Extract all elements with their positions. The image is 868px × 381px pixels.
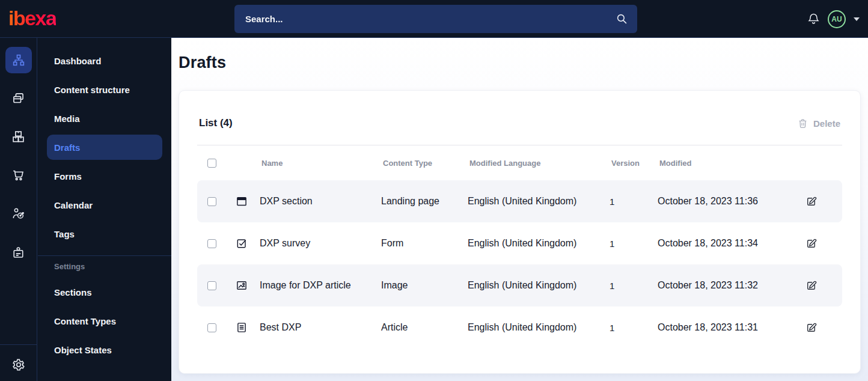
form-icon bbox=[236, 237, 248, 249]
page-title: Drafts bbox=[179, 53, 868, 72]
sidebar-item-calendar[interactable]: Calendar bbox=[38, 190, 171, 219]
column-header-name: Name bbox=[260, 159, 381, 168]
drafts-panel: List (4) Delete Name Content Type Modifi… bbox=[179, 90, 861, 374]
trash-icon bbox=[798, 118, 808, 129]
sidebar-menu: Dashboard Content structure Media Drafts… bbox=[38, 38, 171, 381]
cell-modified: October 18, 2023 11:31 bbox=[658, 322, 805, 333]
edit-button[interactable] bbox=[805, 322, 817, 334]
sidebar-item-content-types[interactable]: Content Types bbox=[38, 306, 171, 335]
column-header-content-type: Content Type bbox=[381, 159, 468, 168]
main-content: Drafts List (4) Delete Name Content Type… bbox=[171, 38, 868, 381]
panel-header: List (4) Delete bbox=[199, 117, 840, 129]
cell-name: Best DXP bbox=[260, 322, 381, 333]
landing-page-icon bbox=[236, 195, 248, 207]
pages-icon[interactable] bbox=[5, 85, 32, 111]
cell-name: Image for DXP article bbox=[260, 280, 381, 291]
edit-icon bbox=[805, 196, 817, 207]
commerce-cart-icon[interactable] bbox=[5, 162, 32, 188]
user-menu-caret-icon[interactable] bbox=[854, 17, 860, 21]
cell-modified: October 18, 2023 11:36 bbox=[658, 196, 805, 207]
topbar: ibexa AU bbox=[0, 0, 868, 38]
product-catalog-icon[interactable] bbox=[5, 123, 32, 150]
user-avatar[interactable]: AU bbox=[828, 10, 846, 28]
table-row[interactable]: DXP section Landing page English (United… bbox=[197, 180, 842, 222]
column-header-modified-language: Modified Language bbox=[468, 159, 610, 168]
ibexa-logo: ibexa bbox=[8, 6, 56, 30]
cell-name: DXP survey bbox=[260, 238, 381, 249]
edit-button[interactable] bbox=[805, 280, 817, 291]
edit-button[interactable] bbox=[805, 238, 817, 249]
cell-modified: October 18, 2023 11:32 bbox=[658, 280, 805, 291]
row-checkbox[interactable] bbox=[207, 281, 216, 290]
select-all-checkbox[interactable] bbox=[207, 159, 216, 168]
cell-content-type: Landing page bbox=[381, 196, 468, 207]
delete-button[interactable]: Delete bbox=[798, 118, 840, 129]
cell-modified-language: English (United Kingdom) bbox=[468, 280, 610, 291]
sidebar-item-tags[interactable]: Tags bbox=[38, 219, 171, 248]
edit-button[interactable] bbox=[805, 196, 817, 207]
cell-version: 1 bbox=[610, 239, 658, 249]
column-header-modified: Modified bbox=[658, 159, 805, 168]
sidebar-item-media[interactable]: Media bbox=[38, 104, 171, 133]
table-row[interactable]: DXP survey Form English (United Kingdom)… bbox=[197, 222, 842, 264]
search-input[interactable] bbox=[244, 13, 616, 25]
cell-modified-language: English (United Kingdom) bbox=[468, 322, 610, 333]
sidebar-item-content-structure[interactable]: Content structure bbox=[38, 75, 171, 104]
table-row[interactable]: Best DXP Article English (United Kingdom… bbox=[197, 306, 842, 349]
content-tree-icon[interactable] bbox=[5, 47, 32, 73]
table-row[interactable]: Image for DXP article Image English (Uni… bbox=[197, 264, 842, 306]
search-icon[interactable] bbox=[616, 13, 628, 25]
image-icon bbox=[236, 279, 248, 291]
topbar-right: AU bbox=[807, 0, 860, 38]
cell-version: 1 bbox=[610, 323, 658, 333]
edit-icon bbox=[805, 322, 817, 334]
article-icon bbox=[236, 322, 248, 334]
column-header-version: Version bbox=[610, 159, 658, 168]
cell-version: 1 bbox=[610, 281, 658, 291]
cell-version: 1 bbox=[610, 197, 658, 207]
corporate-badge-icon[interactable] bbox=[5, 239, 32, 266]
cell-modified-language: English (United Kingdom) bbox=[468, 196, 610, 207]
menu-divider bbox=[38, 255, 171, 256]
row-checkbox[interactable] bbox=[207, 197, 216, 206]
notifications-bell-icon[interactable] bbox=[807, 13, 820, 25]
settings-section-heading: Settings bbox=[38, 261, 171, 273]
cell-content-type: Article bbox=[381, 322, 468, 333]
personalization-target-icon[interactable] bbox=[5, 200, 32, 227]
edit-icon bbox=[805, 238, 817, 249]
sidebar-item-sections[interactable]: Sections bbox=[38, 278, 171, 306]
sidebar-item-object-states[interactable]: Object States bbox=[38, 335, 171, 364]
cell-name: DXP section bbox=[260, 196, 381, 207]
sidebar-item-forms[interactable]: Forms bbox=[38, 162, 171, 190]
delete-button-label: Delete bbox=[813, 118, 840, 129]
cell-modified-language: English (United Kingdom) bbox=[468, 238, 610, 249]
sidebar-item-drafts[interactable]: Drafts bbox=[47, 135, 162, 160]
table-header-row: Name Content Type Modified Language Vers… bbox=[197, 145, 842, 180]
icon-rail bbox=[0, 38, 37, 381]
row-checkbox[interactable] bbox=[207, 323, 216, 332]
list-title: List (4) bbox=[199, 117, 233, 129]
search-bar[interactable] bbox=[234, 5, 637, 33]
edit-icon bbox=[805, 280, 817, 291]
settings-gear-icon[interactable] bbox=[5, 352, 32, 378]
cell-content-type: Form bbox=[381, 238, 468, 249]
row-checkbox[interactable] bbox=[207, 239, 216, 248]
sidebar-item-dashboard[interactable]: Dashboard bbox=[38, 46, 171, 75]
cell-modified: October 18, 2023 11:34 bbox=[658, 238, 805, 249]
cell-content-type: Image bbox=[381, 280, 468, 291]
drafts-table: Name Content Type Modified Language Vers… bbox=[197, 145, 842, 349]
rail-divider bbox=[0, 344, 37, 345]
